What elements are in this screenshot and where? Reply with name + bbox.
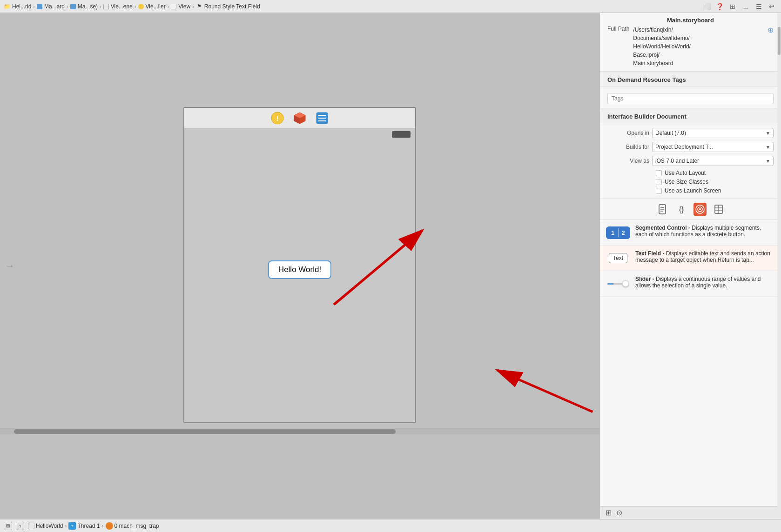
panel-scrollbar[interactable] <box>777 13 781 519</box>
toolbar-icon-2[interactable]: ❓ <box>714 1 725 12</box>
tags-section <box>600 86 781 108</box>
component-item-slider: Slider - Displays a continuous range of … <box>600 271 781 297</box>
bottom-bar: ⊞ ⌂ HelloWorld › T Thread 1 › <box>0 519 781 532</box>
panel-bottom-bar: ⊞ ⊙ <box>600 506 781 519</box>
panel-filename: Main.storyboard <box>607 17 774 24</box>
toolbar-icon-3[interactable]: ⊞ <box>727 1 738 12</box>
builds-for-label: Builds for <box>607 144 649 150</box>
breadcrumb-item-7[interactable]: ⚑ Round Style Text Field <box>196 3 260 10</box>
fullpath-value: /Users/tianqixin/Documents/swiftdemo/Hel… <box>633 26 691 67</box>
segmented-control-icon: 1 2 <box>606 225 630 240</box>
size-classes-checkbox[interactable] <box>656 179 662 185</box>
panel-scrollbar-thumb <box>778 27 781 55</box>
auto-layout-label: Use Auto Layout <box>665 170 706 176</box>
text-field-text: Text Field - Displays editable text and … <box>635 250 774 264</box>
storyboard-icon-2 <box>70 4 76 9</box>
project-icon <box>28 523 34 529</box>
toolbar-icon-6[interactable]: ↩ <box>766 1 777 12</box>
svg-line-12 <box>497 370 592 412</box>
path-plus-button[interactable]: ⊕ <box>768 26 774 34</box>
view-icon <box>103 4 109 9</box>
component-list: 1 2 Segmented Control - Displays multipl… <box>600 220 781 506</box>
view-as-select[interactable]: iOS 7.0 and Later ▼ <box>652 156 774 166</box>
thread-item[interactable]: T Thread 1 <box>68 522 100 530</box>
breadcrumb-item-6[interactable]: View <box>171 3 190 10</box>
on-demand-heading: On Demand Resource Tags <box>600 72 781 86</box>
size-classes-row: Use Size Classes <box>607 179 774 185</box>
breadcrumb-item-3[interactable]: Ma...se) <box>70 3 98 10</box>
thread-label: Thread 1 <box>77 523 100 529</box>
project-item[interactable]: HelloWorld <box>28 523 63 529</box>
view-as-row: View as iOS 7.0 and Later ▼ <box>607 156 774 166</box>
slider-icon <box>606 276 630 292</box>
svg-rect-7 <box>318 115 326 116</box>
canvas-area[interactable]: → ! <box>0 13 599 519</box>
grid-icon[interactable]: ⊞ <box>606 508 612 517</box>
tags-input[interactable] <box>607 93 774 104</box>
interface-builder-form: Opens in Default (7.0) ▼ Builds for Proj… <box>600 123 781 199</box>
panel-file-info: Main.storyboard Full Path /Users/tianqix… <box>600 13 781 72</box>
bottom-layout-icon[interactable]: ⊞ <box>4 522 12 530</box>
svg-rect-9 <box>318 120 326 121</box>
panel-toolbar: {} <box>600 199 781 220</box>
circle-icon[interactable]: ⊙ <box>616 508 622 517</box>
breadcrumb-item-2[interactable]: Ma...ard <box>37 3 65 10</box>
component-item-textfield[interactable]: Text Text Field - Displays editable text… <box>600 246 781 271</box>
view-as-label: View as <box>607 158 649 164</box>
toolbar-icon-1[interactable]: ⬜ <box>701 1 712 12</box>
mach-label: 0 mach_msg_trap <box>114 523 159 529</box>
text-field-icon: Text <box>606 250 630 266</box>
cube-icon <box>293 112 306 125</box>
auto-layout-checkbox[interactable] <box>656 170 662 176</box>
builds-for-select[interactable]: Project Deployment T... ▼ <box>652 142 774 152</box>
canvas-scrollbar[interactable] <box>0 428 599 434</box>
panel-toolbar-file-icon[interactable] <box>656 203 669 216</box>
iphone-frame: ! <box>183 107 416 423</box>
hello-world-textfield[interactable]: Hello World! <box>268 260 331 279</box>
auto-layout-row: Use Auto Layout <box>607 170 774 176</box>
panel-toolbar-target-icon[interactable] <box>693 203 707 216</box>
right-panel: Main.storyboard Full Path /Users/tianqix… <box>599 13 781 519</box>
breadcrumb-item-4[interactable]: Vie...ene <box>103 3 133 10</box>
breadcrumb-item-5[interactable]: Vie...ller <box>138 3 166 10</box>
component-item-segmented: 1 2 Segmented Control - Displays multipl… <box>600 220 781 246</box>
iphone-toolbar: ! <box>184 108 415 128</box>
svg-text:!: ! <box>276 115 279 122</box>
svg-point-20 <box>699 208 701 210</box>
opens-in-label: Opens in <box>607 130 649 136</box>
thread-icon: T <box>68 522 76 530</box>
opens-in-row: Opens in Default (7.0) ▼ <box>607 128 774 138</box>
flag-icon: ⚑ <box>196 3 202 10</box>
svg-rect-8 <box>318 118 326 119</box>
segmented-control-text: Segmented Control - Displays multiple se… <box>635 225 774 239</box>
iphone-screen: Hello World! <box>184 128 415 422</box>
yellow-circle-icon <box>138 4 144 9</box>
svg-point-27 <box>107 524 112 528</box>
nav-icon <box>316 112 329 125</box>
status-bar-battery <box>392 131 411 138</box>
panel-path-row: Full Path /Users/tianqixin/Documents/swi… <box>607 26 774 67</box>
breadcrumb-item-1[interactable]: 📁 Hel...rid <box>4 3 31 10</box>
bottom-nav-icon[interactable]: ⌂ <box>16 522 24 530</box>
size-classes-label: Use Size Classes <box>665 179 708 185</box>
mach-item[interactable]: 0 mach_msg_trap <box>106 522 159 530</box>
entry-arrow-icon: → <box>5 260 15 272</box>
svg-text:{}: {} <box>679 206 684 213</box>
bottom-breadcrumb: HelloWorld › T Thread 1 › 0 mach_msg_tra… <box>28 522 159 530</box>
scrollbar-thumb <box>14 429 396 434</box>
folder-icon: 📁 <box>4 3 10 10</box>
bottom-grid-icons: ⊞ ⊙ <box>606 508 622 517</box>
slider-text: Slider - Displays a continuous range of … <box>635 276 774 290</box>
launch-screen-checkbox[interactable] <box>656 188 662 194</box>
main-layout: → ! <box>0 13 781 519</box>
panel-toolbar-table-icon[interactable] <box>712 203 725 216</box>
toolbar-icon-4[interactable]: ⎵ <box>740 1 751 12</box>
chevron-down-icon: ▼ <box>766 131 770 136</box>
launch-screen-row: Use as Launch Screen <box>607 187 774 194</box>
opens-in-select[interactable]: Default (7.0) ▼ <box>652 128 774 138</box>
warning-icon: ! <box>271 112 284 125</box>
checkbox-icon <box>171 4 176 9</box>
toolbar-icon-5[interactable]: ☰ <box>753 1 764 12</box>
panel-toolbar-braces-icon[interactable]: {} <box>675 203 688 216</box>
chevron-down-icon-3: ▼ <box>766 159 770 164</box>
